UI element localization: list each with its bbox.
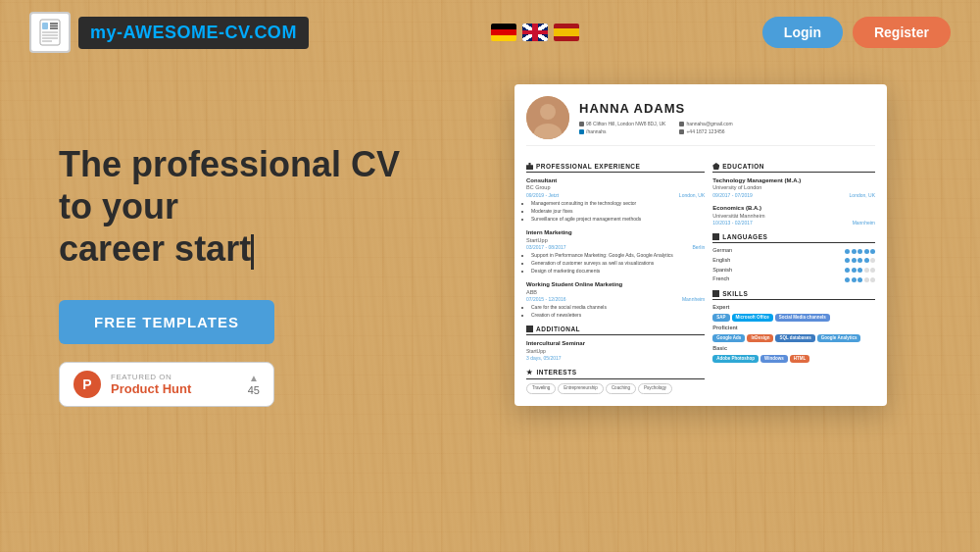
templates-button[interactable]: FREE TEMPLATES bbox=[59, 300, 274, 344]
logo-icon bbox=[29, 12, 71, 53]
skills-section-title: SKILLS bbox=[712, 289, 875, 300]
skills-icon bbox=[712, 290, 719, 297]
basic-skill-tags: Adobe Photoshop Windows HTML bbox=[712, 355, 875, 363]
cv-linkedin: /hannahs bbox=[579, 128, 665, 135]
svg-point-10 bbox=[540, 104, 556, 120]
dot bbox=[870, 277, 875, 282]
lang-german-dots bbox=[845, 249, 875, 254]
additional-icon bbox=[526, 326, 533, 332]
cv-contact-info: 98 Clifton Hill, London NW8 8DJ, UK /han… bbox=[579, 121, 733, 135]
dot bbox=[852, 258, 857, 263]
cv-phone: +44 1872 123456 bbox=[679, 128, 732, 135]
interest-traveling: Traveling bbox=[526, 383, 556, 394]
cv-preview-section: HANNA ADAMS 98 Clifton Hill, London NW8 … bbox=[470, 84, 931, 406]
cv-email: hannaha@gmail.com bbox=[679, 121, 732, 127]
phone-icon bbox=[679, 129, 684, 134]
headline-line2: career start bbox=[59, 228, 251, 269]
cv-job-3: Working Student Online Marketing ABB 07/… bbox=[526, 280, 705, 319]
location-icon bbox=[579, 122, 584, 126]
additional-section-title: ADDITIONAL bbox=[526, 325, 705, 335]
cv-contact-col-left: 98 Clifton Hill, London NW8 8DJ, UK /han… bbox=[579, 121, 665, 135]
cv-job-2: Intern Marketing StartUpp 03/2017 - 08/2… bbox=[526, 228, 705, 275]
register-button[interactable]: Register bbox=[853, 17, 951, 48]
cv-right-column: EDUCATION Technology Management (M.A.) U… bbox=[712, 156, 875, 394]
dot bbox=[858, 277, 862, 282]
star-icon: ★ bbox=[526, 368, 533, 377]
navbar: my-AWESOME-CV.COM Login Register bbox=[0, 0, 980, 65]
dot bbox=[852, 277, 857, 282]
skill-windows: Windows bbox=[760, 355, 788, 363]
product-hunt-text: FEATURED ON Product Hunt bbox=[111, 373, 238, 396]
ph-count: 45 bbox=[248, 384, 260, 396]
languages-section-title: LANGUAGES bbox=[712, 232, 875, 243]
expert-skill-tags: SAP Microsoft Office Social Media channe… bbox=[712, 314, 875, 322]
proficient-skill-tags: Google Ads InDesign SQL databases Google… bbox=[712, 334, 875, 342]
skill-level-expert: Expert bbox=[712, 304, 875, 312]
avatar-image bbox=[526, 96, 569, 139]
cv-header: HANNA ADAMS 98 Clifton Hill, London NW8 … bbox=[526, 96, 875, 146]
dot bbox=[845, 268, 850, 273]
dot bbox=[858, 268, 862, 273]
lang-french: French bbox=[712, 276, 875, 283]
lang-german: German bbox=[712, 247, 875, 255]
interest-tags: Traveling Entrepreneurship Coaching Psyc… bbox=[526, 383, 705, 394]
additional-item-1: Intercultural Seminar StartUpp 3 days, 0… bbox=[526, 339, 705, 361]
job-1-bullets: Management consulting in the technology … bbox=[526, 200, 705, 223]
interest-entrepreneurship: Entrepreneurship bbox=[558, 383, 604, 394]
job-3-meta: 07/2015 - 12/2016 Mannheim bbox=[526, 296, 705, 303]
dot bbox=[852, 268, 857, 273]
job-2-meta: 03/2017 - 08/2017 Berlin bbox=[526, 244, 705, 251]
flag-spanish[interactable] bbox=[554, 24, 579, 41]
lang-spanish-dots bbox=[845, 268, 875, 273]
cv-name-section: HANNA ADAMS 98 Clifton Hill, London NW8 … bbox=[579, 100, 733, 134]
flag-english[interactable] bbox=[522, 24, 548, 41]
skill-google-analytics: Google Analytics bbox=[817, 334, 861, 342]
skill-html: HTML bbox=[790, 355, 810, 363]
briefcase-icon bbox=[526, 163, 533, 170]
ph-featured-label: FEATURED ON bbox=[111, 373, 238, 381]
cv-document: HANNA ADAMS 98 Clifton Hill, London NW8 … bbox=[514, 84, 887, 406]
product-hunt-badge[interactable]: P FEATURED ON Product Hunt ▲ 45 bbox=[59, 362, 274, 407]
linkedin-icon bbox=[579, 129, 584, 134]
interest-coaching: Coaching bbox=[606, 383, 636, 394]
skill-level-basic: Basic bbox=[712, 345, 875, 353]
logo-text-main: my-AWESOME-CV. bbox=[90, 23, 254, 42]
dot bbox=[864, 258, 869, 263]
flag-german[interactable] bbox=[491, 24, 516, 41]
cv-address: 98 Clifton Hill, London NW8 8DJ, UK bbox=[579, 121, 665, 127]
page-container: my-AWESOME-CV.COM Login Register The pro… bbox=[0, 0, 980, 552]
dot bbox=[845, 277, 850, 282]
cv-left-column: PROFESSIONAL EXPERIENCE Consultant BC Gr… bbox=[526, 156, 705, 394]
edu-1-meta: 09/2017 - 07/2019 London, UK bbox=[712, 192, 875, 199]
skill-photoshop: Adobe Photoshop bbox=[712, 355, 759, 363]
hero-headline: The professional CV to your career start bbox=[59, 143, 431, 271]
dot bbox=[864, 268, 869, 273]
ph-arrow-icon: ▲ bbox=[249, 373, 259, 383]
job-2-bullets: Support in Performance Marketing: Google… bbox=[526, 252, 705, 275]
dot bbox=[870, 249, 875, 254]
product-hunt-logo: P bbox=[74, 371, 101, 398]
skill-level-proficient: Proficient bbox=[712, 325, 875, 332]
skill-sql: SQL databases bbox=[775, 334, 814, 342]
cv-avatar bbox=[526, 96, 569, 139]
cursor bbox=[251, 234, 254, 270]
logo: my-AWESOME-CV.COM bbox=[29, 12, 309, 53]
skill-social-media: Social Media channels bbox=[775, 314, 830, 322]
svg-rect-1 bbox=[42, 23, 48, 29]
edu-2-meta: 10/2013 - 02/2017 Mannheim bbox=[712, 220, 875, 226]
cv-document-icon bbox=[36, 19, 64, 46]
edu-item-1: Technology Management (M.A.) University … bbox=[712, 176, 875, 199]
cv-job-1: Consultant BC Group 09/2019 - Jetzt Lond… bbox=[526, 176, 705, 223]
ph-name: Product Hunt bbox=[111, 381, 238, 396]
dot bbox=[845, 258, 850, 263]
language-flags bbox=[491, 24, 579, 41]
login-button[interactable]: Login bbox=[762, 17, 843, 48]
lang-english-dots bbox=[845, 258, 875, 263]
edu-item-2: Economics (B.A.) Universität Mannheim 10… bbox=[712, 204, 875, 226]
lang-english: English bbox=[712, 257, 875, 265]
interest-psychology: Psychology bbox=[638, 383, 672, 394]
headline-line1: The professional CV to your bbox=[59, 144, 400, 226]
lang-spanish: Spanish bbox=[712, 267, 875, 275]
skill-indesign: InDesign bbox=[747, 334, 773, 342]
dot bbox=[864, 249, 869, 254]
